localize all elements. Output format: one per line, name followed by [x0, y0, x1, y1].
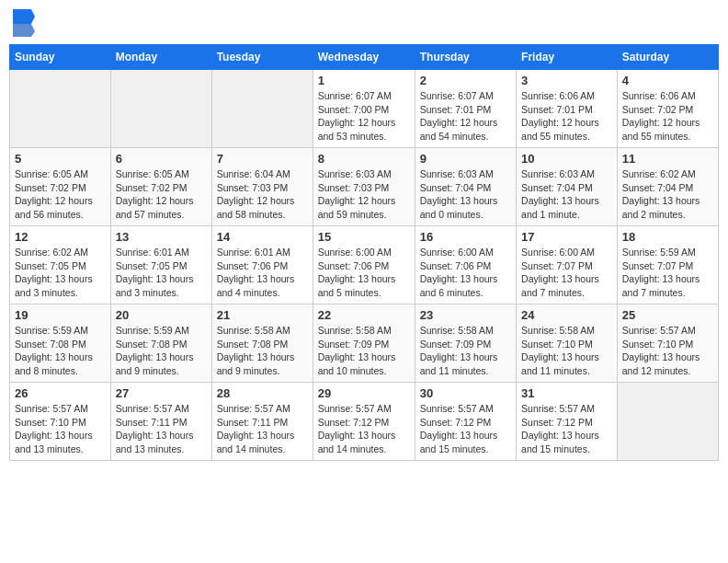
day-info: Sunrise: 5:58 AM Sunset: 7:09 PM Dayligh…	[420, 324, 511, 378]
day-number: 5	[15, 152, 106, 166]
day-info: Sunrise: 5:58 AM Sunset: 7:10 PM Dayligh…	[521, 324, 612, 378]
day-number: 21	[217, 308, 308, 322]
calendar-day-cell: 10Sunrise: 6:03 AM Sunset: 7:04 PM Dayli…	[517, 148, 618, 226]
day-info: Sunrise: 6:03 AM Sunset: 7:03 PM Dayligh…	[318, 167, 410, 222]
calendar-day-cell: 15Sunrise: 6:00 AM Sunset: 7:06 PM Dayli…	[313, 226, 415, 304]
calendar-week-row: 26Sunrise: 5:57 AM Sunset: 7:10 PM Dayli…	[10, 383, 719, 461]
day-info: Sunrise: 6:00 AM Sunset: 7:06 PM Dayligh…	[318, 246, 410, 300]
calendar-day-cell: 22Sunrise: 5:58 AM Sunset: 7:09 PM Dayli…	[313, 304, 415, 383]
day-number: 18	[622, 230, 713, 244]
calendar-week-row: 12Sunrise: 6:02 AM Sunset: 7:05 PM Dayli…	[10, 226, 719, 304]
day-of-week-header: Monday	[110, 45, 211, 70]
day-of-week-header: Tuesday	[211, 45, 313, 70]
calendar-day-cell: 19Sunrise: 5:59 AM Sunset: 7:08 PM Dayli…	[10, 304, 111, 383]
calendar-day-cell: 17Sunrise: 6:00 AM Sunset: 7:07 PM Dayli…	[517, 226, 618, 304]
svg-marker-1	[13, 24, 35, 37]
day-info: Sunrise: 6:02 AM Sunset: 7:04 PM Dayligh…	[622, 167, 713, 222]
day-of-week-header: Saturday	[617, 45, 718, 70]
day-number: 12	[15, 230, 106, 244]
calendar-day-cell: 11Sunrise: 6:02 AM Sunset: 7:04 PM Dayli…	[617, 148, 718, 226]
calendar-day-cell: 4Sunrise: 6:06 AM Sunset: 7:02 PM Daylig…	[617, 70, 718, 148]
calendar-day-cell: 27Sunrise: 5:57 AM Sunset: 7:11 PM Dayli…	[110, 383, 211, 461]
calendar-day-cell: 1Sunrise: 6:07 AM Sunset: 7:00 PM Daylig…	[313, 70, 415, 148]
calendar-day-cell: 24Sunrise: 5:58 AM Sunset: 7:10 PM Dayli…	[517, 304, 618, 383]
day-info: Sunrise: 5:57 AM Sunset: 7:10 PM Dayligh…	[622, 324, 713, 378]
calendar-day-cell: 16Sunrise: 6:00 AM Sunset: 7:06 PM Dayli…	[415, 226, 516, 304]
calendar-day-cell	[10, 70, 111, 148]
day-info: Sunrise: 5:59 AM Sunset: 7:07 PM Dayligh…	[622, 246, 713, 300]
day-number: 7	[217, 152, 308, 166]
day-number: 1	[318, 74, 410, 87]
day-number: 15	[318, 230, 410, 244]
day-number: 14	[217, 230, 308, 244]
day-of-week-header: Wednesday	[313, 45, 415, 70]
logo	[13, 9, 39, 37]
calendar-day-cell: 28Sunrise: 5:57 AM Sunset: 7:11 PM Dayli…	[211, 383, 313, 461]
calendar-day-cell: 31Sunrise: 5:57 AM Sunset: 7:12 PM Dayli…	[517, 383, 618, 461]
calendar-day-cell: 21Sunrise: 5:58 AM Sunset: 7:08 PM Dayli…	[211, 304, 313, 383]
day-number: 20	[116, 308, 207, 322]
day-info: Sunrise: 6:07 AM Sunset: 7:01 PM Dayligh…	[420, 89, 511, 144]
calendar-table: SundayMondayTuesdayWednesdayThursdayFrid…	[9, 44, 719, 461]
day-number: 22	[318, 308, 410, 322]
calendar-day-cell: 13Sunrise: 6:01 AM Sunset: 7:05 PM Dayli…	[110, 226, 211, 304]
day-number: 24	[521, 308, 612, 322]
calendar-day-cell	[211, 70, 313, 148]
day-number: 9	[420, 152, 511, 166]
day-of-week-header: Thursday	[415, 45, 516, 70]
day-info: Sunrise: 6:01 AM Sunset: 7:05 PM Dayligh…	[116, 246, 207, 300]
day-info: Sunrise: 5:58 AM Sunset: 7:08 PM Dayligh…	[217, 324, 308, 378]
calendar-day-cell: 29Sunrise: 5:57 AM Sunset: 7:12 PM Dayli…	[313, 383, 415, 461]
page-header	[9, 9, 719, 37]
day-of-week-header: Friday	[517, 45, 618, 70]
day-info: Sunrise: 5:57 AM Sunset: 7:12 PM Dayligh…	[318, 402, 410, 456]
day-info: Sunrise: 6:06 AM Sunset: 7:01 PM Dayligh…	[521, 89, 612, 144]
day-number: 10	[521, 152, 612, 166]
day-info: Sunrise: 6:00 AM Sunset: 7:07 PM Dayligh…	[521, 246, 612, 300]
day-number: 30	[420, 386, 511, 400]
day-number: 19	[15, 308, 106, 322]
calendar-day-cell: 12Sunrise: 6:02 AM Sunset: 7:05 PM Dayli…	[10, 226, 111, 304]
calendar-day-cell: 20Sunrise: 5:59 AM Sunset: 7:08 PM Dayli…	[110, 304, 211, 383]
calendar-week-row: 19Sunrise: 5:59 AM Sunset: 7:08 PM Dayli…	[10, 304, 719, 383]
calendar-week-row: 5Sunrise: 6:05 AM Sunset: 7:02 PM Daylig…	[10, 148, 719, 226]
day-number: 26	[15, 386, 106, 400]
day-info: Sunrise: 6:00 AM Sunset: 7:06 PM Dayligh…	[420, 246, 511, 300]
day-number: 17	[521, 230, 612, 244]
calendar-day-cell	[617, 383, 718, 461]
day-number: 4	[622, 74, 713, 87]
calendar-day-cell: 14Sunrise: 6:01 AM Sunset: 7:06 PM Dayli…	[211, 226, 313, 304]
day-number: 28	[217, 386, 308, 400]
day-number: 6	[116, 152, 207, 166]
day-of-week-header: Sunday	[10, 45, 111, 70]
day-number: 11	[622, 152, 713, 166]
day-number: 2	[420, 74, 511, 87]
day-info: Sunrise: 6:06 AM Sunset: 7:02 PM Dayligh…	[622, 89, 713, 144]
svg-marker-0	[13, 9, 35, 24]
day-info: Sunrise: 6:05 AM Sunset: 7:02 PM Dayligh…	[116, 167, 207, 222]
calendar-day-cell	[110, 70, 211, 148]
day-info: Sunrise: 6:03 AM Sunset: 7:04 PM Dayligh…	[521, 167, 612, 222]
day-number: 3	[521, 74, 612, 87]
calendar-week-row: 1Sunrise: 6:07 AM Sunset: 7:00 PM Daylig…	[10, 70, 719, 148]
calendar-day-cell: 25Sunrise: 5:57 AM Sunset: 7:10 PM Dayli…	[617, 304, 718, 383]
calendar-day-cell: 3Sunrise: 6:06 AM Sunset: 7:01 PM Daylig…	[517, 70, 618, 148]
calendar-day-cell: 9Sunrise: 6:03 AM Sunset: 7:04 PM Daylig…	[415, 148, 516, 226]
day-info: Sunrise: 5:57 AM Sunset: 7:12 PM Dayligh…	[521, 402, 612, 456]
day-info: Sunrise: 6:01 AM Sunset: 7:06 PM Dayligh…	[217, 246, 308, 300]
calendar-day-cell: 26Sunrise: 5:57 AM Sunset: 7:10 PM Dayli…	[10, 383, 111, 461]
day-info: Sunrise: 5:58 AM Sunset: 7:09 PM Dayligh…	[318, 324, 410, 378]
day-info: Sunrise: 5:57 AM Sunset: 7:10 PM Dayligh…	[15, 402, 106, 456]
day-info: Sunrise: 6:04 AM Sunset: 7:03 PM Dayligh…	[217, 167, 308, 222]
logo-icon	[13, 9, 35, 37]
day-info: Sunrise: 5:59 AM Sunset: 7:08 PM Dayligh…	[116, 324, 207, 378]
day-number: 16	[420, 230, 511, 244]
day-number: 27	[116, 386, 207, 400]
day-info: Sunrise: 5:57 AM Sunset: 7:11 PM Dayligh…	[116, 402, 207, 456]
calendar-day-cell: 5Sunrise: 6:05 AM Sunset: 7:02 PM Daylig…	[10, 148, 111, 226]
day-info: Sunrise: 6:02 AM Sunset: 7:05 PM Dayligh…	[15, 246, 106, 300]
calendar-day-cell: 7Sunrise: 6:04 AM Sunset: 7:03 PM Daylig…	[211, 148, 313, 226]
day-info: Sunrise: 6:05 AM Sunset: 7:02 PM Dayligh…	[15, 167, 106, 222]
calendar-day-cell: 8Sunrise: 6:03 AM Sunset: 7:03 PM Daylig…	[313, 148, 415, 226]
day-number: 29	[318, 386, 410, 400]
